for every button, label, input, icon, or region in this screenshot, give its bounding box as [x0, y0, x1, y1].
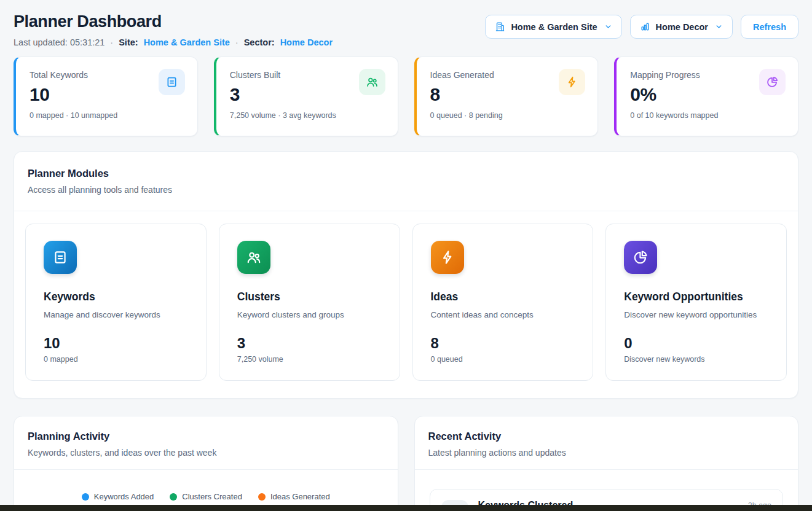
users-icon: [359, 69, 385, 95]
module-subtext: Discover new keywords: [624, 355, 768, 364]
planner-dashboard-page: Planner Dashboard Last updated: 05:31:21…: [0, 0, 812, 511]
bottom-panels-row: Planning Activity Keywords, clusters, an…: [14, 416, 798, 511]
planner-modules-panel: Planner Modules Access all planning tool…: [14, 151, 798, 399]
chevron-down-icon: [604, 23, 612, 31]
legend-label: Clusters Created: [182, 492, 242, 501]
header-subline: Last updated: 05:31:21 · Site: Home & Ga…: [14, 37, 333, 47]
bar-chart-icon: [640, 21, 650, 32]
module-value: 10: [44, 335, 188, 352]
module-description: Content ideas and concepts: [431, 310, 575, 319]
module-value: 8: [431, 335, 575, 352]
header-controls: Home & Garden Site Home Decor Refresh: [485, 15, 798, 39]
sector-link[interactable]: Home Decor: [280, 37, 333, 47]
module-value: 0: [624, 335, 768, 352]
legend-item-ideas-generated[interactable]: Ideas Generated: [258, 492, 330, 501]
sector-dropdown-label: Home Decor: [656, 22, 708, 32]
stat-card-clusters-built: Clusters Built 3 7,250 volume · 3 avg ke…: [214, 57, 398, 136]
dot-separator: ·: [110, 37, 113, 47]
page-title: Planner Dashboard: [14, 12, 333, 31]
header-text-block: Planner Dashboard Last updated: 05:31:21…: [14, 12, 333, 47]
recent-activity-header: Recent Activity Latest planning actions …: [415, 416, 798, 469]
legend-dot-green: [170, 493, 177, 501]
module-card-ideas[interactable]: Ideas Content ideas and concepts 8 0 que…: [412, 224, 594, 381]
bottom-edge-bar: [0, 505, 812, 511]
modules-panel-title: Planner Modules: [28, 168, 784, 179]
legend-label: Keywords Added: [94, 492, 154, 501]
site-label: Site:: [119, 37, 138, 47]
module-title: Clusters: [237, 291, 382, 303]
stat-card-mapping-progress: Mapping Progress 0% 0 of 10 keywords map…: [614, 57, 798, 136]
planning-activity-subtitle: Keywords, clusters, and ideas over the p…: [28, 448, 384, 458]
planning-activity-header: Planning Activity Keywords, clusters, an…: [14, 416, 398, 469]
module-card-keyword-opportunities[interactable]: Keyword Opportunities Discover new keywo…: [605, 224, 787, 381]
pie-chart-icon: [624, 241, 657, 274]
sector-dropdown[interactable]: Home Decor: [630, 15, 733, 39]
module-subtext: 7,250 volume: [237, 355, 382, 364]
recent-activity-title: Recent Activity: [428, 431, 785, 442]
chart-legend: Keywords Added Clusters Created Ideas Ge…: [14, 492, 398, 501]
planning-activity-panel: Planning Activity Keywords, clusters, an…: [14, 416, 398, 511]
module-title: Ideas: [431, 291, 575, 303]
module-value: 3: [237, 335, 382, 352]
lightning-icon: [559, 69, 585, 95]
lightning-icon: [431, 241, 464, 274]
recent-activity-subtitle: Latest planning actions and updates: [428, 448, 785, 458]
module-description: Keyword clusters and groups: [237, 310, 382, 319]
legend-item-clusters-created[interactable]: Clusters Created: [170, 492, 242, 501]
dot-separator: ·: [235, 37, 238, 47]
topbar: Planner Dashboard Last updated: 05:31:21…: [14, 0, 798, 47]
modules-panel-header: Planner Modules Access all planning tool…: [14, 152, 798, 211]
stat-subtext: 0 queued · 8 pending: [430, 111, 585, 120]
module-title: Keywords: [44, 291, 188, 303]
modules-panel-subtitle: Access all planning tools and features: [28, 185, 784, 195]
stat-card-ideas-generated: Ideas Generated 8 0 queued · 8 pending: [414, 57, 599, 136]
modules-grid: Keywords Manage and discover keywords 10…: [14, 211, 798, 398]
stat-subtext: 0 mapped · 10 unmapped: [30, 111, 184, 120]
module-subtext: 0 mapped: [44, 355, 188, 364]
stat-cards-row: Total Keywords 10 0 mapped · 10 unmapped…: [14, 57, 798, 136]
module-card-keywords[interactable]: Keywords Manage and discover keywords 10…: [25, 224, 207, 381]
site-dropdown[interactable]: Home & Garden Site: [485, 15, 621, 39]
last-updated-text: Last updated: 05:31:21: [14, 37, 104, 47]
chevron-down-icon: [715, 23, 723, 31]
module-description: Discover new keyword opportunities: [624, 310, 768, 319]
recent-activity-panel: Recent Activity Latest planning actions …: [414, 416, 799, 511]
stat-subtext: 0 of 10 keywords mapped: [630, 111, 784, 120]
module-subtext: 0 queued: [431, 355, 575, 364]
pie-chart-icon: [759, 69, 786, 95]
legend-label: Ideas Generated: [270, 492, 330, 501]
site-dropdown-label: Home & Garden Site: [511, 22, 597, 32]
users-icon: [237, 241, 270, 274]
module-title: Keyword Opportunities: [624, 291, 768, 303]
module-card-clusters[interactable]: Clusters Keyword clusters and groups 3 7…: [219, 224, 400, 381]
document-icon: [44, 241, 77, 274]
stat-card-total-keywords: Total Keywords 10 0 mapped · 10 unmapped: [14, 57, 198, 136]
refresh-button-label: Refresh: [753, 22, 786, 32]
sector-label: Sector:: [244, 37, 275, 47]
stat-subtext: 7,250 volume · 3 avg keywords: [230, 111, 384, 120]
legend-item-keywords-added[interactable]: Keywords Added: [82, 492, 154, 501]
document-icon: [159, 69, 185, 95]
site-link[interactable]: Home & Garden Site: [144, 37, 230, 47]
divider: [14, 469, 398, 470]
legend-dot-orange: [258, 493, 266, 501]
refresh-button[interactable]: Refresh: [741, 15, 798, 39]
module-description: Manage and discover keywords: [44, 310, 188, 319]
building-icon: [495, 21, 505, 32]
legend-dot-blue: [82, 493, 89, 501]
planning-activity-title: Planning Activity: [28, 431, 384, 442]
